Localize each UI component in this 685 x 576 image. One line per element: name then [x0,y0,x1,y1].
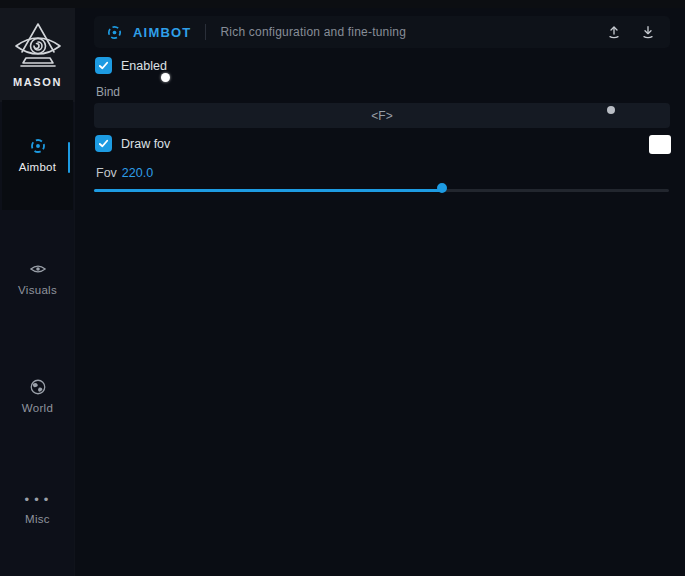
crosshair-icon [106,24,123,41]
fov-slider[interactable] [94,186,669,194]
section-subtitle: Rich configuration and fine-tuning [220,25,604,39]
enabled-row: Enabled [95,57,167,74]
fov-label: Fov [96,166,117,180]
sidebar-item-label: World [22,402,53,414]
fov-label-row: Fov220.0 [96,166,153,180]
draw-fov-row: Draw fov [95,135,170,152]
sidebar-item-label: Aimbot [19,161,57,173]
slider-fill [94,189,445,193]
sidebar-item-label: Visuals [18,284,57,296]
mason-menu-window: MASON Aimbot Visuals [0,0,685,576]
sidebar: MASON Aimbot Visuals [0,8,75,576]
window-top-edge [0,0,685,8]
section-title: AIMBOT [133,25,191,40]
header-divider [205,24,206,40]
active-tab-indicator [68,142,71,173]
fov-value: 220.0 [122,166,153,180]
upload-config-button[interactable] [604,22,624,42]
ellipsis-icon: • • • [25,495,51,507]
content-panel: AIMBOT Rich configuration and fine-tunin… [76,8,685,576]
enabled-label: Enabled [121,59,167,73]
bind-key-input[interactable]: <F> [94,103,670,128]
eye-icon [29,260,47,278]
draw-fov-label: Draw fov [121,137,170,151]
slider-thumb[interactable] [437,183,447,193]
sidebar-item-visuals[interactable]: Visuals [2,260,73,296]
sidebar-item-label: Misc [25,513,50,525]
section-header-bar: AIMBOT Rich configuration and fine-tunin… [94,16,670,48]
fov-color-picker[interactable] [649,135,671,154]
crosshair-icon [29,137,47,155]
draw-fov-checkbox[interactable] [95,135,112,152]
sidebar-item-world[interactable]: World [2,378,73,414]
brand-name: MASON [13,76,62,88]
header-actions [604,22,658,42]
brand-logo-block: MASON [0,8,75,102]
sidebar-item-aimbot[interactable]: Aimbot [2,100,73,210]
download-config-button[interactable] [638,22,658,42]
globe-icon [29,378,47,396]
sidebar-item-misc[interactable]: • • • Misc [2,495,73,525]
bind-label: Bind [96,85,120,99]
enabled-checkbox[interactable] [95,57,112,74]
mason-eye-pyramid-logo-icon [12,20,64,72]
